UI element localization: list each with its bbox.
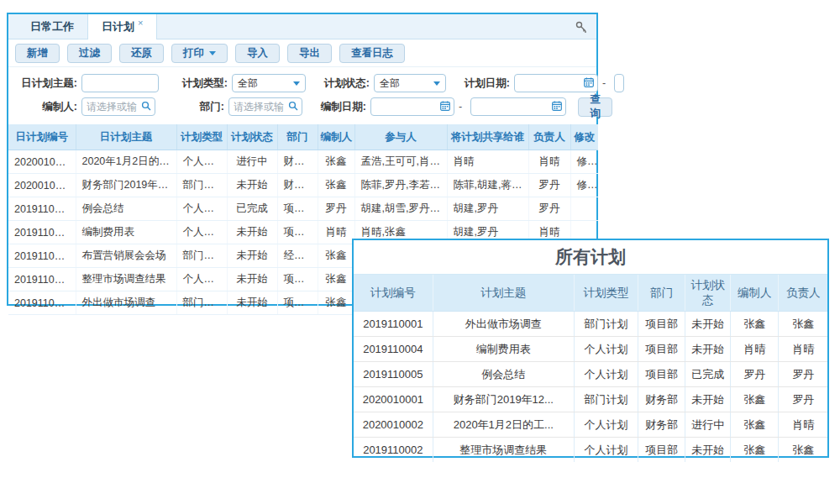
owner-cell: 肖晴 (779, 337, 827, 362)
create-date-to-input[interactable] (471, 98, 552, 115)
owner-cell: 张鑫 (779, 438, 827, 463)
range-separator: - (602, 77, 606, 89)
creator-cell: 张鑫 (731, 438, 779, 463)
plan-subject-link[interactable]: 外出做市场调查 (76, 291, 176, 315)
column-header-dept[interactable]: 部门 (277, 124, 318, 150)
topic-input[interactable] (82, 75, 158, 92)
creator-cell: 张鑫 (318, 174, 354, 197)
key-icon[interactable] (575, 20, 588, 34)
creator-picker (81, 97, 155, 116)
import-button[interactable]: 导入 (235, 44, 280, 63)
owner-link[interactable]: 肖晴 (528, 150, 570, 174)
column-header-participants[interactable]: 参与人 (354, 124, 447, 150)
plan-subject-link[interactable]: 财务部门2019年12月的... (76, 174, 176, 197)
calendar-icon[interactable] (584, 77, 594, 90)
range-separator: - (459, 101, 462, 113)
page-title: 所有计划 (354, 240, 827, 275)
owner-link[interactable]: 罗丹 (528, 174, 570, 197)
participants-cell: 胡建,胡雪,罗丹,任晓... (354, 197, 447, 221)
search-icon[interactable] (288, 101, 298, 113)
plan-id-link[interactable]: 2019110002 (8, 268, 76, 291)
plan-status-cell: 未开始 (227, 268, 277, 291)
export-button[interactable]: 导出 (287, 44, 332, 63)
column-header-status[interactable]: 计划状态 (227, 124, 277, 150)
plan-type-cell: 个人计划 (176, 197, 227, 221)
plan-id-cell: 2019110005 (354, 362, 433, 387)
plan-id-link[interactable]: 2019110003 (8, 244, 76, 268)
plan-subject-cell: 整理市场调查结果 (433, 438, 574, 463)
shared-with-cell: 胡建,罗丹 (447, 197, 528, 221)
plan-status-cell: 未开始 (227, 221, 277, 244)
view-log-button[interactable]: 查看日志 (339, 44, 405, 63)
all-plans-table: 计划编号 计划主题 计划类型 部门 计划状态 编制人 负责人 201911000… (354, 275, 827, 462)
tab-daily-work[interactable]: 日常工作 (17, 14, 87, 39)
calendar-icon[interactable] (552, 101, 562, 113)
button-label: 导出 (299, 46, 320, 60)
create-date-from-input[interactable] (371, 98, 440, 115)
tab-label: 日计划 (102, 19, 134, 34)
plan-subject-link[interactable]: 2020年1月2日的工作日... (76, 150, 176, 174)
plan-id-link[interactable]: 2019110001 (8, 291, 76, 315)
plan-status-select[interactable]: 全部 (374, 74, 446, 92)
plan-date-to-input[interactable] (615, 75, 623, 92)
dept-picker (228, 97, 302, 116)
owner-link[interactable]: 罗丹 (528, 197, 570, 221)
filter-button[interactable]: 过滤 (67, 44, 112, 63)
print-button[interactable]: 打印 (171, 44, 228, 63)
dept-cell: 项目部 (638, 362, 685, 387)
select-value: 全部 (238, 76, 258, 91)
modify-link[interactable]: 修改 (570, 150, 598, 174)
button-label: 新增 (27, 46, 48, 60)
plan-subject-link[interactable]: 布置营销展会会场 (76, 244, 176, 268)
plan-status-cell: 未开始 (227, 174, 277, 197)
search-icon[interactable] (141, 101, 151, 113)
column-header-type[interactable]: 计划类型 (176, 124, 227, 150)
table-row: 2019110001外出做市场调查部门计划项目部未开始张鑫张鑫 (354, 312, 827, 337)
dept-cell: 财务部 (277, 150, 318, 174)
plan-date-label: 计划日期: (458, 76, 510, 91)
restore-button[interactable]: 还原 (119, 44, 164, 63)
plan-type-cell: 个人计划 (574, 412, 638, 438)
column-header-shared-with[interactable]: 将计划共享给谁 (447, 124, 528, 150)
plan-id-link[interactable]: 2020010001 (8, 174, 76, 197)
plan-id-link[interactable]: 2019110005 (8, 197, 76, 221)
column-header-owner[interactable]: 负责人 (528, 124, 570, 150)
plan-subject-link[interactable]: 整理市场调查结果 (76, 268, 176, 291)
plan-type-select[interactable]: 全部 (232, 74, 306, 92)
plan-date-to-box (614, 74, 624, 92)
dept-cell: 项目部 (277, 268, 318, 291)
plan-subject-link[interactable]: 编制费用表 (76, 221, 176, 244)
plan-status-cell: 已完成 (227, 197, 277, 221)
column-header-creator: 编制人 (731, 275, 779, 312)
button-label: 过滤 (79, 46, 100, 60)
creator-input[interactable] (82, 98, 141, 115)
column-header-subject[interactable]: 日计划主题 (76, 124, 176, 150)
search-button[interactable]: 查询 (578, 97, 612, 117)
plan-id-cell: 2019110002 (354, 438, 433, 463)
modify-link[interactable]: 修改 (570, 174, 598, 197)
column-header-status: 计划状态 (685, 275, 731, 312)
close-icon[interactable]: × (138, 18, 143, 28)
plan-subject-link[interactable]: 例会总结 (76, 197, 176, 221)
add-button[interactable]: 新增 (15, 44, 60, 63)
plan-date-from-input[interactable] (515, 75, 584, 92)
dept-cell: 经营部 (277, 244, 318, 268)
plan-id-cell: 2019110001 (354, 312, 433, 337)
button-label: 还原 (131, 46, 152, 60)
plan-type-cell: 部门计划 (176, 291, 227, 315)
tab-daily-plan[interactable]: 日计划 × (87, 14, 157, 39)
column-header-creator[interactable]: 编制人 (318, 124, 354, 150)
dept-cell: 项目部 (277, 221, 318, 244)
column-header-modify[interactable]: 修改 (570, 124, 598, 150)
column-header-plan-id[interactable]: 日计划编号 (8, 124, 76, 150)
plan-id-link[interactable]: 2019110004 (8, 221, 76, 244)
dept-cell: 项目部 (277, 197, 318, 221)
dept-input[interactable] (229, 98, 288, 115)
participants-cell: 孟浩,王可可,肖晴,张鑫 (354, 150, 447, 174)
plan-id-link[interactable]: 2020010002 (8, 150, 76, 174)
table-header-row: 日计划编号 日计划主题 计划类型 计划状态 部门 编制人 参与人 将计划共享给谁… (8, 124, 598, 150)
all-plans-panel: 所有计划 计划编号 计划主题 计划类型 部门 计划状态 编制人 负责人 2019… (352, 239, 829, 458)
plan-subject-cell: 编制费用表 (433, 337, 574, 362)
calendar-icon[interactable] (440, 101, 450, 113)
plan-status-cell: 未开始 (685, 312, 731, 337)
